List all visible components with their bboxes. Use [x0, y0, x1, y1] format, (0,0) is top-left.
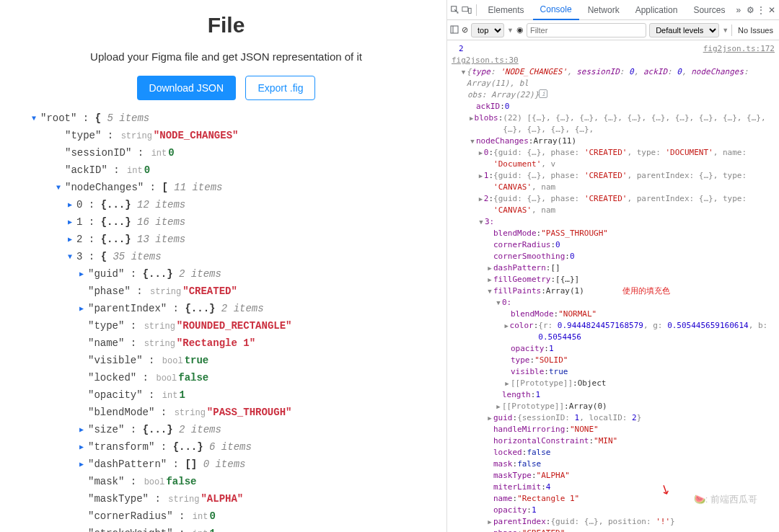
- console-row[interactable]: ▶mask: false: [452, 458, 775, 470]
- chevron-down-icon[interactable]: ▼: [469, 136, 476, 147]
- console-row[interactable]: ▶opacity: 1: [452, 505, 775, 516]
- source-link[interactable]: fig2json.ts:172: [703, 43, 775, 55]
- console-row[interactable]: ▶2fig2json.ts:172: [452, 43, 775, 55]
- chevron-down-icon[interactable]: ▼: [486, 285, 493, 297]
- chevron-right-icon[interactable]: ▶: [477, 170, 484, 193]
- console-row[interactable]: ▶horizontalConstraint: "MIN": [452, 435, 775, 447]
- chevron-down-icon[interactable]: ▼: [477, 216, 485, 228]
- more-tabs-icon[interactable]: »: [734, 2, 743, 18]
- chevron-right-icon[interactable]: ▶: [79, 422, 88, 438]
- clear-console-icon[interactable]: ⊘: [462, 25, 468, 35]
- tab-network[interactable]: Network: [581, 1, 627, 19]
- chevron-down-icon[interactable]: ▼: [32, 111, 40, 127]
- chevron-down-icon[interactable]: ▼: [68, 249, 76, 265]
- console-row[interactable]: ▶length: 1: [452, 389, 775, 401]
- gear-icon[interactable]: ⚙: [746, 2, 755, 18]
- sidebar-toggle-icon[interactable]: [450, 25, 459, 35]
- tree-parentindex[interactable]: ▶"parentIndex" : {...} 2 items: [19, 301, 446, 318]
- console-row[interactable]: ▶visible: true: [452, 366, 775, 378]
- tree-transform[interactable]: ▶"transform" : {...} 6 items: [19, 439, 446, 456]
- source-link[interactable]: fig2json.ts:30: [452, 56, 519, 65]
- console-row[interactable]: ▶blendMode: "PASS_THROUGH": [452, 228, 775, 239]
- console-row[interactable]: ▼{type: 'NODE_CHANGES', sessionID: 0, ac…: [452, 66, 775, 89]
- info-icon[interactable]: i: [539, 89, 547, 98]
- console-row[interactable]: fig2json.ts:30: [452, 55, 775, 66]
- chevron-right-icon[interactable]: ▶: [68, 232, 76, 248]
- export-fig-button[interactable]: Export .fig: [245, 76, 315, 100]
- tree-mask[interactable]: ▶"mask" : boolfalse: [19, 474, 446, 491]
- console-row[interactable]: ▶fillGeometry: [{…}]: [452, 274, 775, 285]
- console-row[interactable]: ▶ackID: 0: [452, 101, 775, 112]
- tab-application[interactable]: Application: [628, 1, 685, 19]
- kebab-icon[interactable]: ⋮: [757, 2, 766, 18]
- console-row[interactable]: ▶type: "SOLID": [452, 355, 775, 366]
- console-row[interactable]: ▶parentIndex: {guid: {…}, position: '!'}: [452, 516, 775, 528]
- levels-select[interactable]: Default levels: [649, 23, 719, 37]
- chevron-right-icon[interactable]: ▶: [495, 401, 502, 412]
- console-row[interactable]: ▶cornerRadius: 0: [452, 239, 775, 251]
- chevron-right-icon[interactable]: ▶: [68, 215, 76, 231]
- tree-strokeweight[interactable]: ▶"strokeWeight" : int1: [19, 526, 446, 532]
- inspect-icon[interactable]: [450, 2, 460, 18]
- tree-blendmode[interactable]: ▶"blendMode" : string"PASS_THROUGH": [19, 404, 446, 422]
- console-row[interactable]: ▶0: {guid: {…}, phase: 'CREATED', type: …: [452, 147, 775, 170]
- tree-dashpattern[interactable]: ▶"dashPattern" : [] 0 items: [19, 456, 446, 474]
- issues-label[interactable]: No Issues: [735, 26, 776, 35]
- console-row[interactable]: ▶cornerSmoothing: 0: [452, 251, 775, 262]
- tree-sessionid[interactable]: ▼"sessionID" : int0: [19, 145, 446, 162]
- console-row[interactable]: ▶1: {guid: {…}, phase: 'CREATED', parent…: [452, 170, 775, 193]
- chevron-down-icon[interactable]: ▼: [495, 297, 502, 309]
- chevron-right-icon[interactable]: ▶: [486, 412, 493, 424]
- tree-type3[interactable]: ▶"type" : string"ROUNDED_RECTANGLE": [19, 318, 446, 335]
- download-json-button[interactable]: Download JSON: [137, 76, 237, 100]
- tree-visible[interactable]: ▶"visible" : booltrue: [19, 353, 446, 370]
- tree-root[interactable]: ▼"root" : { 5 items: [19, 110, 446, 128]
- tree-name[interactable]: ▶"name" : string"Rectangle 1": [19, 335, 446, 353]
- console-row[interactable]: ▶miterLimit: 4: [452, 482, 775, 493]
- console-row[interactable]: ▶blendMode: "NORMAL": [452, 309, 775, 320]
- console-row[interactable]: ▶2: {guid: {…}, phase: 'CREATED', parent…: [452, 193, 775, 216]
- live-expression-icon[interactable]: ◉: [516, 25, 524, 35]
- console-row[interactable]: ▶obs: Array(22)} i: [452, 89, 775, 101]
- tree-ackid[interactable]: ▼"ackID" : int0: [19, 162, 446, 179]
- context-select[interactable]: top: [471, 23, 504, 37]
- console-row[interactable]: ▶opacity: 1: [452, 343, 775, 355]
- chevron-right-icon[interactable]: ▶: [486, 262, 493, 274]
- tab-elements[interactable]: Elements: [481, 1, 532, 19]
- console-row[interactable]: ▶locked: false: [452, 447, 775, 458]
- chevron-right-icon[interactable]: ▶: [486, 274, 493, 285]
- tab-sources[interactable]: Sources: [686, 1, 732, 19]
- chevron-down-icon[interactable]: ▼: [56, 180, 65, 196]
- tree-opacity[interactable]: ▶"opacity" : int1: [19, 387, 446, 404]
- tree-nc-1[interactable]: ▶1 : {...} 16 items: [19, 214, 446, 231]
- chevron-right-icon[interactable]: ▶: [469, 112, 475, 136]
- close-icon[interactable]: ✕: [767, 2, 776, 18]
- tree-type[interactable]: ▼"type" : string"NODE_CHANGES": [19, 128, 446, 145]
- tree-guid[interactable]: ▶"guid" : {...} 2 items: [19, 266, 446, 283]
- console-row[interactable]: ▶handleMirroring: "NONE": [452, 424, 775, 435]
- chevron-right-icon[interactable]: ▶: [79, 301, 88, 317]
- tree-nodechanges[interactable]: ▼"nodeChanges" : [ 11 items: [19, 179, 446, 197]
- console-row[interactable]: ▶color: {r: 0.9444824457168579, g: 0.505…: [452, 320, 775, 343]
- filter-input[interactable]: [527, 23, 646, 37]
- console-row[interactable]: ▶dashPattern: []: [452, 262, 775, 274]
- tree-nc-0[interactable]: ▶0 : {...} 12 items: [19, 197, 446, 214]
- device-toggle-icon[interactable]: [462, 2, 472, 18]
- chevron-right-icon[interactable]: ▶: [68, 198, 76, 213]
- tree-cornerradius[interactable]: ▶"cornerRadius" : int0: [19, 508, 446, 526]
- console-row[interactable]: ▶maskType: "ALPHA": [452, 470, 775, 482]
- tree-phase[interactable]: ▶"phase" : string"CREATED": [19, 283, 446, 301]
- console-row[interactable]: ▼fillPaints: Array(1) 使用的填充色: [452, 285, 775, 297]
- console-row[interactable]: ▼0:: [452, 297, 775, 309]
- chevron-right-icon[interactable]: ▶: [503, 320, 510, 343]
- tab-console[interactable]: Console: [533, 0, 579, 20]
- console-row[interactable]: ▶blobs: (22) [{…}, {…}, {…}, {…}, {…}, {…: [452, 112, 775, 136]
- chevron-right-icon[interactable]: ▶: [477, 193, 484, 216]
- console-row[interactable]: ▼3:: [452, 216, 775, 228]
- console-row[interactable]: ▶guid: {sessionID: 1, localID: 2}: [452, 412, 775, 424]
- chevron-right-icon[interactable]: ▶: [486, 516, 493, 528]
- tree-nc-2[interactable]: ▶2 : {...} 13 items: [19, 231, 446, 249]
- tree-masktype[interactable]: ▶"maskType" : string"ALPHA": [19, 491, 446, 508]
- chevron-right-icon[interactable]: ▶: [79, 267, 88, 283]
- console-row[interactable]: ▼nodeChanges: Array(11): [452, 136, 775, 147]
